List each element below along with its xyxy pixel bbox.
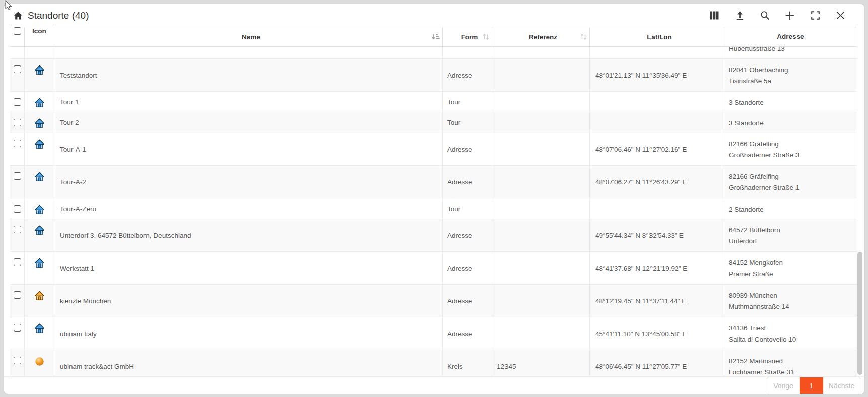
table-row[interactable]: Teststandort Adresse 48°01'21.13" N 11°3… [10,59,857,92]
row-form: Adresse [443,317,492,350]
page-title: Standorte (40) [28,10,89,21]
column-header-referenz[interactable]: Referenz [492,27,590,47]
table-row[interactable]: kienzle München Adresse 48°12'19.45" N 1… [10,285,857,317]
row-checkbox[interactable] [14,140,21,147]
row-icon-slot [25,133,54,165]
toolbar [702,4,853,27]
row-latlon: 49°55'44.34" N 8°32'54.33" E [590,219,724,251]
row-icon-slot [25,59,54,91]
row-name: Tour 1 [54,92,443,112]
row-select-cell [10,198,25,219]
row-select-cell [10,285,25,317]
column-label: Form [461,33,478,41]
row-latlon [590,198,724,219]
row-form: Adresse [443,252,492,284]
row-referenz [492,133,590,165]
column-header-icon: Icon [25,27,54,47]
row-icon-slot [25,112,54,133]
upload-icon[interactable] [727,4,752,27]
house-blue-icon [34,65,45,76]
row-icon-slot [25,47,54,58]
row-checkbox[interactable] [14,98,21,106]
row-form: Adresse [443,285,492,317]
table-row[interactable]: Werkstatt 1 Adresse 48°41'37.68" N 12°21… [10,252,857,285]
row-referenz [492,219,590,251]
house-blue-icon [34,205,45,215]
row-address: 3 Standorte [724,112,857,133]
row-form: Adresse [443,59,492,91]
row-select-cell [10,112,25,133]
search-icon[interactable] [752,4,777,27]
select-all-header [10,27,25,47]
row-address: 84152 MengkofenPramer Straße [724,252,857,284]
table-body: Hubertusstraße 13 Teststandort Adresse 4… [10,47,857,376]
pagination: Vorige 1 Nächste [767,377,860,394]
row-name: Werkstatt 1 [54,252,443,284]
column-header-latlon: Lat/Lon [590,27,724,47]
house-blue-icon [34,98,45,108]
row-latlon: 45°41'11.10" N 13°45'00.58" E [590,317,724,350]
row-name: Tour-A-Zero [54,198,443,219]
table-row[interactable]: ubinam Italy Adresse 45°41'11.10" N 13°4… [10,317,857,350]
row-latlon [590,47,724,58]
row-checkbox[interactable] [14,119,21,126]
row-select-cell [10,47,25,58]
row-latlon: 48°06'46.45" N 11°27'05.77" E [590,350,724,376]
row-name: Teststandort [54,59,443,91]
row-address: 64572 BüttelbornUnterdorf [724,219,857,251]
sort-both-icon [580,34,587,40]
row-form: Adresse [443,133,492,165]
table-row[interactable]: Tour-A-2 Adresse 48°07'06.27" N 11°26'43… [10,166,857,198]
row-checkbox[interactable] [14,357,21,364]
row-checkbox[interactable] [14,258,21,266]
table-row[interactable]: ubinam track&act GmbH Kreis 12345 48°06'… [10,350,857,376]
previous-page-button[interactable]: Vorige [767,377,800,394]
table-row[interactable]: Tour 1 Tour 3 Standorte [10,92,857,112]
row-checkbox[interactable] [14,324,21,332]
current-page-button[interactable]: 1 [800,377,823,394]
select-all-checkbox[interactable] [14,27,21,35]
row-checkbox[interactable] [14,226,21,233]
sort-asc-icon [431,34,440,40]
row-form: Tour [443,112,492,133]
table-row[interactable]: Unterdorf 3, 64572 Büttelborn, Deutschla… [10,219,857,252]
next-page-button[interactable]: Nächste [823,377,860,394]
column-header-name[interactable]: Name [54,27,443,47]
table-row[interactable]: Tour 2 Tour 3 Standorte [10,112,857,133]
row-address: 80939 MünchenMuthmannstraße 14 [724,285,857,317]
add-icon[interactable] [777,4,803,27]
house-blue-icon [34,258,45,269]
column-header-adresse: Adresse [724,27,857,47]
row-checkbox[interactable] [14,205,21,213]
row-latlon: 48°07'06.46" N 11°27'02.16" E [590,133,724,165]
row-name: kienzle München [54,285,443,317]
row-checkbox[interactable] [14,291,21,299]
row-checkbox[interactable] [14,65,21,73]
row-name: ubinam track&act GmbH [54,350,443,376]
table-row[interactable]: Tour-A-Zero Tour 2 Standorte [10,198,857,219]
house-blue-icon [34,118,45,129]
column-label: Name [242,33,260,41]
column-label: Adresse [777,31,804,42]
row-latlon: 48°41'37.68" N 12°21'19.92" E [590,252,724,284]
row-name: Unterdorf 3, 64572 Büttelborn, Deutschla… [54,219,443,251]
column-header-form[interactable]: Form [443,27,492,47]
columns-icon[interactable] [702,4,727,27]
row-address: 82152 MartinsriedLochhamer Straße 31 [724,350,857,376]
row-name [54,47,443,58]
row-icon-slot [25,166,54,198]
row-address: 82166 GräfelfingGroßhaderner Straße 1 [724,166,857,198]
table-row[interactable]: Tour-A-1 Adresse 48°07'06.46" N 11°27'02… [10,133,857,166]
row-latlon: 48°12'19.45" N 11°37'11.44" E [590,285,724,317]
vertical-scrollbar-thumb[interactable] [857,252,862,375]
row-select-cell [10,350,25,376]
row-checkbox[interactable] [14,172,21,180]
titlebar: Standorte (40) [4,4,864,27]
row-address: 3 Standorte [724,92,857,112]
row-referenz: 12345 [492,350,590,376]
table-row[interactable]: Hubertusstraße 13 [10,47,857,59]
row-select-cell [10,59,25,91]
fullscreen-icon[interactable] [803,4,828,27]
close-icon[interactable] [828,4,853,27]
row-icon-slot [25,92,54,112]
